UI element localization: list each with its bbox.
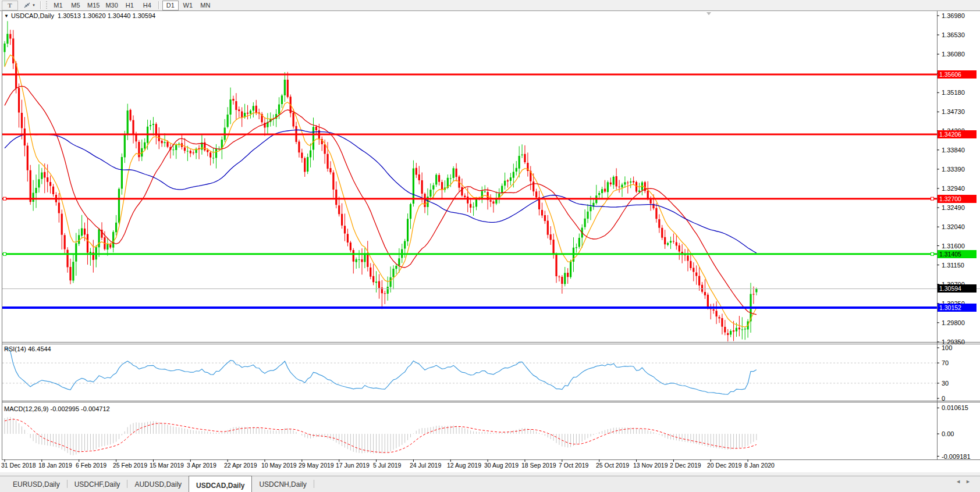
current-price-tag[interactable]: 1.30594 [938,284,977,293]
chart-canvas[interactable] [0,10,980,472]
price-tick-label: 1.31600 [942,243,965,249]
macd-label: MACD(12,26,9) -0.002995 -0.004712 [4,405,110,412]
price-tick-label: 1.36080 [942,51,965,58]
date-tick-label: 20 Dec 2019 [707,462,742,469]
date-tick-label: 15 Mar 2019 [150,462,184,469]
timeframe-button-m15[interactable]: M15 [85,1,102,10]
price-tick-label: 1.33840 [942,147,965,154]
chart-dropdown-icon[interactable]: ▼ [4,13,9,19]
level-price-tag[interactable]: 1.34206 [938,130,977,138]
text-tool-button[interactable]: T [2,1,18,10]
hline-handle[interactable] [3,252,6,255]
timeframe-button-m30[interactable]: M30 [103,1,120,10]
date-tick-label: 29 May 2019 [299,462,334,469]
hline-handle[interactable] [931,197,934,200]
toolbar-separator [40,1,41,9]
tab-scroll-arrows: ◄► [956,479,975,484]
level-price-tag[interactable]: 1.35606 [938,70,977,79]
date-tick-label: 30 Aug 2019 [484,462,519,469]
rsi-name: RSI(14) [4,345,26,352]
timeframe-button-mn[interactable]: MN [197,1,214,10]
level-price-tag[interactable]: 1.30152 [938,304,977,312]
price-tick-label: 1.34730 [942,108,965,115]
price-tick-label: 1.33390 [942,166,965,173]
tab-separator [314,480,314,488]
rsi-tick-label: 100 [942,344,952,351]
timeframe-button-h1[interactable]: H1 [122,1,138,10]
toolbar: T ▾ M1M5M15M30H1H4D1W1MN [0,0,980,11]
level-price-tag[interactable]: 1.32700 [938,195,977,203]
chart-tab-eurusd[interactable]: EURUSD,Daily [6,476,67,490]
date-tick-label: 18 Sep 2019 [521,462,556,469]
rsi-tick-label: 0 [942,395,945,402]
price-tick-label: 1.36980 [942,12,965,19]
toolbar-separator [158,1,159,9]
date-tick-label: 25 Feb 2019 [113,462,147,469]
timeframe-button-h4[interactable]: H4 [139,1,155,10]
date-tick-label: 24 Jul 2019 [410,462,441,469]
macd-tick-label: 0.010615 [942,404,968,411]
chart-tab-bar: EURUSD,DailyUSDCHF,DailyAUDUSD,DailyUSDC… [0,476,980,492]
price-tick-label: 1.35180 [942,89,965,96]
date-tick-label: 7 Oct 2019 [559,462,588,469]
date-tick-label: 25 Oct 2019 [596,462,629,469]
price-tick-label: 1.32940 [942,185,965,192]
rsi-tick-label: 30 [942,380,949,387]
chart-tab-usdcnh[interactable]: USDCNH,Daily [252,476,313,490]
date-tick-label: 2 Dec 2019 [670,462,701,469]
cascade-arrows-icon [23,2,31,9]
level-price-tag[interactable]: 1.31405 [938,250,977,258]
rsi-tick-label: 70 [942,359,949,366]
dropdown-caret-icon: ▾ [33,3,35,8]
macd-tick-label: 0.00 [942,430,954,437]
tab-scroll-left-icon[interactable]: ◄ [956,479,965,484]
date-tick-label: 22 Apr 2019 [224,462,257,469]
hline-handle[interactable] [931,252,934,255]
chart-tab-usdchf[interactable]: USDCHF,Daily [68,476,127,490]
chart-tab-usdcad[interactable]: USDCAD,Daily [189,476,252,492]
timeframe-button-m5[interactable]: M5 [68,1,84,10]
timeframe-button-m1[interactable]: M1 [50,1,66,10]
toolbar-grip[interactable] [45,1,48,9]
timeframe-button-w1[interactable]: W1 [180,1,196,10]
chart-window: ▼USDCAD,Daily 1.30513 1.30620 1.30440 1.… [0,10,980,492]
price-tick-label: 1.32490 [942,204,965,211]
rsi-value: 46.4544 [28,345,51,352]
timeframe-button-d1[interactable]: D1 [162,1,179,10]
date-tick-label: 3 Apr 2019 [187,462,216,469]
date-tick-label: 13 Nov 2019 [633,462,668,469]
macd-name: MACD(12,26,9) [4,405,48,412]
chart-title[interactable]: ▼USDCAD,Daily 1.30513 1.30620 1.30440 1.… [4,12,155,19]
hline-handle[interactable] [3,197,6,200]
macd-values: -0.002995 -0.004712 [50,405,109,412]
price-tick-label: 1.31150 [942,262,964,269]
chart-symbol-label: USDCAD,Daily [11,12,54,19]
arrange-windows-button[interactable]: ▾ [21,1,37,10]
date-tick-label: 8 Jan 2020 [744,462,775,469]
chart-tab-audusd[interactable]: AUDUSD,Daily [127,476,189,490]
price-tick-label: 1.29800 [942,319,965,326]
date-tick-label: 6 Feb 2019 [76,462,106,469]
chart-ohlc-values: 1.30513 1.30620 1.30440 1.30594 [58,12,155,19]
date-tick-label: 10 May 2019 [261,462,297,469]
date-tick-label: 31 Dec 2018 [1,462,36,469]
date-tick-label: 12 Aug 2019 [447,462,481,469]
date-tick-label: 5 Jul 2019 [373,462,401,469]
macd-tick-label: -0.009181 [942,453,971,460]
date-tick-label: 18 Jan 2019 [38,462,72,469]
tab-scroll-right-icon[interactable]: ► [965,479,975,484]
price-tick-label: 1.32040 [942,223,965,230]
date-tick-label: 17 Jun 2019 [336,462,370,469]
price-tick-label: 1.36530 [942,31,965,38]
rsi-label: RSI(14) 46.4544 [4,345,51,352]
